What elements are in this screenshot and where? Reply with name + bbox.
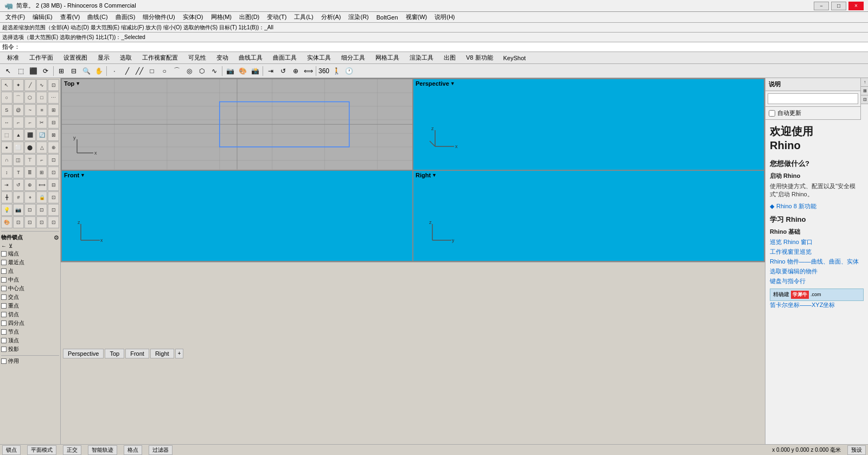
- snap-disable-cb[interactable]: [1, 358, 7, 364]
- tab-standard[interactable]: 标准: [2, 52, 24, 63]
- menu-view[interactable]: 查看(V): [57, 12, 84, 22]
- tab-display[interactable]: 显示: [93, 52, 114, 63]
- tab-visibility[interactable]: 可见性: [183, 52, 211, 63]
- status-ortho[interactable]: 正交: [63, 445, 81, 455]
- tool-sweep-icon[interactable]: 🔄: [36, 129, 48, 141]
- tool-spline[interactable]: ∿: [208, 65, 220, 77]
- tool-select-window[interactable]: ⬚: [15, 65, 27, 77]
- tool-more4-icon[interactable]: ⊟: [48, 117, 59, 129]
- viewport-right-label[interactable]: Right ▼: [416, 172, 437, 178]
- tool-more7-icon[interactable]: ⊡: [48, 154, 59, 166]
- rhino-objects-link[interactable]: Rhino 物件——曲线、曲面、实体: [770, 258, 864, 266]
- tool-zoom-window[interactable]: ⊟: [68, 65, 80, 77]
- tool-more12-icon[interactable]: ⊡: [36, 204, 48, 216]
- tool-more2-icon[interactable]: ⋯: [48, 92, 59, 104]
- tab-viewport-config[interactable]: 工作视窗配置: [137, 52, 183, 63]
- right-icon-1[interactable]: ↑: [861, 78, 868, 87]
- tool-zoom-extents[interactable]: ⊞: [55, 65, 67, 77]
- tool-offset-icon[interactable]: ≡: [36, 104, 48, 116]
- tool-shell-icon[interactable]: ◫: [13, 154, 24, 166]
- tool-more11-icon[interactable]: ⊡: [24, 204, 36, 216]
- tool-more14-icon[interactable]: ⊡: [13, 216, 24, 228]
- snap-perp-cb[interactable]: [1, 303, 7, 309]
- close-button[interactable]: ×: [848, 2, 864, 10]
- menu-layout[interactable]: 出图(D): [236, 12, 263, 22]
- tab-setview[interactable]: 设置视图: [59, 52, 92, 63]
- tool-more8-icon[interactable]: ⊡: [48, 166, 59, 178]
- tool-move[interactable]: ⇥: [265, 65, 277, 77]
- menu-analyze[interactable]: 分析(A): [318, 12, 344, 22]
- browse-window-link[interactable]: 巡览 Rhino 窗口: [770, 238, 864, 246]
- tool-circle-icon[interactable]: ○: [1, 92, 12, 104]
- tool-circle[interactable]: ○: [158, 65, 170, 77]
- tool-more15-icon[interactable]: ⊡: [24, 216, 36, 228]
- tool-zoom-in[interactable]: 🔍: [80, 65, 92, 77]
- tab-render-tools[interactable]: 渲染工具: [405, 52, 438, 63]
- menu-tools[interactable]: 工具(L): [291, 12, 316, 22]
- right-panel-search-input[interactable]: [768, 93, 858, 104]
- tab-select[interactable]: 选取: [115, 52, 137, 63]
- menu-curve[interactable]: 曲线(C): [84, 12, 111, 22]
- snap-intersect-cb[interactable]: [1, 294, 7, 300]
- tool-more17-icon[interactable]: ⊡: [48, 216, 59, 228]
- tool-polygon-icon[interactable]: ⬡: [24, 92, 36, 104]
- menu-subd[interactable]: 细分物件(U): [139, 12, 178, 22]
- xyz-link[interactable]: 笛卡尔坐标——XYZ坐标: [770, 301, 864, 309]
- snap-nearest-cb[interactable]: [1, 260, 7, 265]
- viewport-perspective-label[interactable]: Perspective ▼: [416, 80, 455, 87]
- vp-tab-front[interactable]: Front: [125, 349, 149, 358]
- tool-mirror[interactable]: ⟺: [302, 65, 314, 77]
- tool-extrude-icon[interactable]: ▲: [13, 129, 24, 141]
- tool-clock[interactable]: 🕐: [343, 65, 355, 77]
- right-icon-2[interactable]: ⊞: [861, 87, 868, 95]
- snap-tan-cb[interactable]: [1, 312, 7, 317]
- tool-line[interactable]: ╱: [121, 65, 133, 77]
- tool-rotate2-icon[interactable]: ↺: [13, 179, 24, 191]
- vp-tab-right[interactable]: Right: [150, 349, 174, 358]
- menu-viewport[interactable]: 视窗(W): [403, 12, 431, 22]
- tab-surface-tools[interactable]: 曲面工具: [268, 52, 302, 63]
- tool-rect[interactable]: □: [146, 65, 158, 77]
- minimize-button[interactable]: －: [814, 2, 829, 10]
- tool-cone-icon[interactable]: △: [36, 142, 48, 153]
- menu-surface[interactable]: 曲面(S): [112, 12, 139, 22]
- tool-extend-icon[interactable]: ↔: [1, 117, 12, 129]
- tool-cap-icon[interactable]: ⊤: [24, 154, 36, 166]
- tool-snap-icon[interactable]: ⌖: [24, 191, 36, 203]
- tool-loft-icon[interactable]: ⬛: [24, 129, 36, 141]
- tool-capture[interactable]: 📸: [249, 65, 261, 77]
- tool-paint-icon[interactable]: 🎨: [1, 216, 12, 228]
- status-planar[interactable]: 平面模式: [27, 445, 56, 455]
- tool-walk[interactable]: 🚶: [330, 65, 342, 77]
- viewport-right[interactable]: Right ▼ y z: [413, 171, 764, 261]
- snap-endpoint-cb[interactable]: [1, 251, 7, 257]
- viewport-top[interactable]: Top ▼: [62, 79, 412, 170]
- viewport-front-label[interactable]: Front ▼: [64, 172, 85, 178]
- tool-boolean-icon[interactable]: ∩: [1, 154, 12, 166]
- tool-scale2-icon[interactable]: ⊕: [24, 179, 36, 191]
- tool-lock-icon[interactable]: 🔒: [36, 191, 48, 203]
- keyboard-cmd-link[interactable]: 键盘与指令行: [770, 277, 864, 285]
- vp-tab-add-button[interactable]: +: [175, 349, 184, 358]
- tool-cplane-icon[interactable]: ╋: [1, 191, 12, 203]
- tool-box-icon[interactable]: ⬜: [13, 142, 24, 153]
- tool-camera[interactable]: 📷: [224, 65, 236, 77]
- tool-more9-icon[interactable]: ⊟: [48, 179, 59, 191]
- tool-scale[interactable]: ⊕: [290, 65, 302, 77]
- menu-edit[interactable]: 编辑(E): [29, 12, 56, 22]
- viewport-front[interactable]: Front ▼ x z: [62, 171, 412, 261]
- tool-polygon[interactable]: ⬡: [196, 65, 208, 77]
- tool-more6-icon[interactable]: ⊕: [48, 142, 59, 153]
- tool-arc-icon[interactable]: ⌒: [13, 92, 24, 104]
- snap-quad-cb[interactable]: [1, 321, 7, 326]
- maximize-button[interactable]: □: [831, 2, 846, 10]
- tool-polyline[interactable]: ╱╱: [133, 65, 145, 77]
- status-layer[interactable]: 预设: [847, 445, 866, 455]
- rhino8-new-link[interactable]: ◆ Rhino 8 新功能: [770, 202, 864, 210]
- command-input[interactable]: [22, 44, 866, 50]
- tool-cylinder-icon[interactable]: ⬤: [24, 142, 36, 153]
- tool-dim-icon[interactable]: ↕: [1, 166, 12, 178]
- tool-sphere-icon[interactable]: ●: [1, 142, 12, 153]
- tab-keyshot[interactable]: KeyShot: [499, 53, 531, 63]
- tool-solidfillet-icon[interactable]: ⌐: [36, 154, 48, 166]
